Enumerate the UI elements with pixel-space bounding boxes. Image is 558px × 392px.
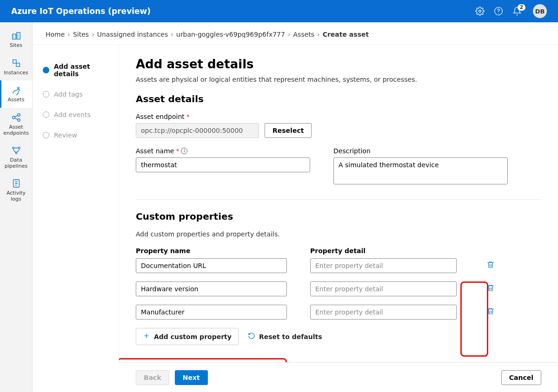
reset-to-defaults-label: Reset to defaults	[259, 333, 322, 340]
asset-endpoint-input	[136, 123, 259, 138]
step-indicator-icon	[43, 91, 49, 98]
endpoint-label-text: Asset endpoint	[136, 113, 185, 120]
property-detail-input[interactable]	[310, 281, 457, 296]
chevron-right-icon: ›	[317, 31, 320, 38]
col-header-prop-name: Property name	[136, 247, 287, 255]
add-custom-property-button[interactable]: Add custom property	[136, 328, 239, 345]
wizard-step-details[interactable]: Add asset details	[40, 56, 119, 84]
property-name-input[interactable]	[136, 281, 287, 296]
wizard-steps: Add asset details Add tags Add events Re…	[33, 45, 119, 362]
wizard-step-label: Add asset details	[54, 63, 116, 78]
wizard-step-label: Add events	[54, 111, 91, 118]
delete-property-button[interactable]	[486, 284, 495, 294]
delete-property-button[interactable]	[486, 307, 495, 317]
required-indicator: *	[176, 147, 179, 155]
svg-point-8	[12, 116, 15, 119]
svg-point-11	[12, 147, 14, 149]
leftnav-label: Activity logs	[2, 190, 30, 202]
notification-badge: 2	[518, 4, 525, 11]
buildings-icon	[11, 31, 21, 41]
property-detail-input[interactable]	[310, 258, 457, 273]
property-row	[136, 281, 541, 296]
endpoints-icon	[11, 112, 21, 123]
leftnav-item-instances[interactable]: Instances	[0, 53, 32, 81]
svg-rect-5	[13, 59, 16, 63]
svg-rect-4	[16, 33, 20, 39]
leftnav-item-activity-logs[interactable]: Activity logs	[0, 174, 32, 207]
breadcrumb-current: Create asset	[323, 31, 369, 38]
form-area: Add asset details Assets are physical or…	[119, 45, 558, 362]
chevron-right-icon: ›	[67, 31, 70, 38]
breadcrumb-link[interactable]: Sites	[73, 31, 89, 38]
avatar[interactable]: DB	[533, 4, 547, 18]
property-row	[136, 305, 541, 320]
step-indicator-icon	[43, 132, 49, 138]
wizard-step-label: Review	[54, 131, 77, 139]
reselect-button[interactable]: Reselect	[265, 123, 312, 138]
delete-property-button[interactable]	[486, 261, 495, 271]
asset-name-input[interactable]	[136, 157, 310, 172]
leftnav-item-assets[interactable]: Assets	[0, 80, 32, 108]
help-icon[interactable]	[494, 7, 503, 16]
pipelines-icon	[11, 145, 21, 156]
leftnav-item-data-pipelines[interactable]: Data pipelines	[0, 141, 32, 174]
divider	[136, 199, 541, 200]
wizard-step-review[interactable]: Review	[40, 125, 119, 145]
app-title: Azure IoT Operations (preview)	[11, 7, 475, 16]
svg-point-0	[479, 10, 481, 13]
breadcrumb-link[interactable]: urban-goggles-v69pq969p6fx777	[176, 31, 285, 38]
leftnav: Sites Instances Assets Asset endpoints D…	[0, 22, 33, 392]
svg-point-2	[498, 13, 499, 13]
wizard-step-events[interactable]: Add events	[40, 105, 119, 125]
chevron-right-icon: ›	[288, 31, 291, 38]
property-detail-input[interactable]	[310, 305, 457, 320]
bell-icon[interactable]: 2	[512, 7, 522, 16]
activity-logs-icon	[11, 178, 21, 189]
leftnav-label: Assets	[8, 97, 25, 103]
svg-point-9	[17, 114, 20, 117]
section-custom-props-heading: Custom properties	[136, 211, 541, 222]
col-header-prop-detail: Property detail	[310, 247, 365, 255]
wizard-step-tags[interactable]: Add tags	[40, 84, 119, 105]
description-label: Description	[333, 147, 508, 155]
asset-name-label: Asset name * i	[136, 147, 310, 155]
breadcrumb-link[interactable]: Assets	[293, 31, 315, 38]
cancel-button[interactable]: Cancel	[501, 370, 541, 385]
property-name-input[interactable]	[136, 258, 287, 273]
gear-icon[interactable]	[475, 7, 485, 16]
info-icon[interactable]: i	[181, 148, 187, 154]
wizard-footer: Back Next Cancel	[119, 362, 558, 392]
step-indicator-icon	[43, 111, 49, 118]
property-row	[136, 258, 541, 273]
leftnav-item-sites[interactable]: Sites	[0, 26, 32, 53]
custom-props-header: Property name Property detail	[136, 247, 541, 255]
topbar: Azure IoT Operations (preview) 2 DB	[0, 0, 558, 22]
svg-rect-3	[12, 34, 15, 39]
svg-rect-6	[16, 63, 20, 66]
breadcrumb-link[interactable]: Unassigned instances	[97, 31, 168, 38]
breadcrumb-link[interactable]: Home	[46, 31, 65, 38]
leftnav-item-asset-endpoints[interactable]: Asset endpoints	[0, 108, 32, 141]
leftnav-label: Instances	[4, 70, 28, 76]
leftnav-label: Data pipelines	[2, 157, 30, 169]
page-subtitle: Assets are physical or logical entities …	[136, 76, 541, 83]
plus-icon	[143, 332, 150, 341]
svg-point-7	[17, 87, 19, 89]
next-button[interactable]: Next	[175, 370, 208, 385]
svg-point-10	[17, 119, 20, 122]
breadcrumb: Home› Sites› Unassigned instances› urban…	[33, 22, 558, 45]
wizard-step-label: Add tags	[54, 91, 83, 98]
topbar-actions: 2 DB	[475, 4, 547, 18]
highlight-action-buttons	[119, 358, 287, 362]
assets-icon	[11, 85, 21, 95]
custom-props-subtitle: Add custom properties and property detai…	[136, 230, 541, 238]
property-name-input[interactable]	[136, 305, 287, 320]
trash-icon	[486, 261, 495, 269]
reset-to-defaults-button[interactable]: Reset to defaults	[248, 332, 322, 341]
leftnav-label: Sites	[10, 43, 22, 49]
step-indicator-icon	[43, 67, 49, 73]
svg-point-12	[18, 147, 20, 149]
page-title: Add asset details	[136, 57, 541, 71]
trash-icon	[486, 307, 495, 315]
description-input[interactable]: A simulated thermostat device	[333, 157, 508, 184]
